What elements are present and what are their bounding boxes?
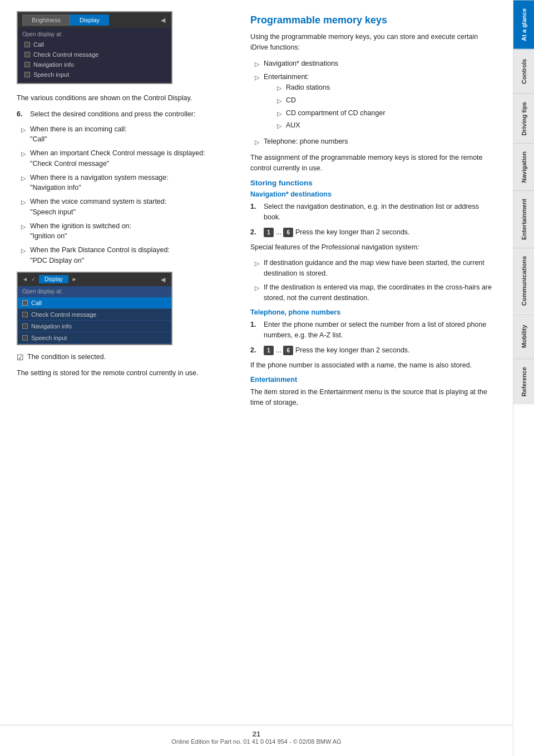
arrow-aux: ▷ — [277, 121, 281, 131]
screen2-checkbox-nav — [22, 323, 28, 329]
tel-step2-num: 2. — [250, 345, 259, 356]
feature-nav: ▷ Navigation* destinations — [250, 58, 496, 69]
tel-step1-num: 1. — [250, 320, 259, 341]
arrow-radio: ▷ — [277, 84, 281, 93]
screen2-check-control: Check Control message — [18, 309, 171, 321]
screen-mockup-1: Brightness Display ◄ Open display at: Ca… — [17, 11, 172, 93]
right-intro: Using the programmable memory keys, you … — [250, 32, 496, 53]
tab-entertainment[interactable]: Entertainment — [513, 190, 534, 248]
display-tab[interactable]: Display — [70, 14, 109, 26]
tel-step1-text: Enter the phone number or select the num… — [264, 320, 496, 341]
sub-cd: ▷ CD — [264, 95, 385, 106]
screen2-nav-icon: ◄ — [159, 275, 167, 284]
screen-item-nav-info: Navigation info — [22, 60, 167, 70]
checkmark-note: ☑ The condition is selected. — [17, 352, 234, 364]
setting-text: The setting is stored for the remote con… — [17, 368, 234, 379]
tab-communications[interactable]: Communications — [513, 248, 534, 313]
bullet-check-control: ▷ When an important Check Control messag… — [17, 148, 234, 169]
screen-item-speech: Speech input — [22, 70, 167, 80]
features-list: ▷ Navigation* destinations ▷ Entertainme… — [250, 58, 496, 147]
nav-step2: 2. 1 ... 6 Press the key longer than 2 s… — [250, 227, 496, 238]
nav-step1: 1. Select the navigation destination, e.… — [250, 202, 496, 223]
sub-cd-changer: ▷ CD compartment of CD changer — [264, 108, 385, 119]
footer-text: Online Edition for Part no. 01 41 0 014 … — [171, 738, 341, 745]
tab-controls[interactable]: Controls — [513, 49, 534, 94]
arrow-special-1: ▷ — [255, 259, 259, 279]
nav-step1-num: 1. — [250, 202, 259, 223]
checkbox-check-control — [24, 52, 30, 57]
ent-text: The item stored in the Entertainment men… — [250, 387, 496, 408]
arrow-icon-6: ▷ — [21, 246, 26, 266]
nav-sub-heading: Navigation* destinations — [250, 190, 496, 198]
brightness-tab[interactable]: Brightness — [22, 14, 70, 26]
arrow-icon-1: ▷ — [21, 125, 26, 145]
feature-ent: ▷ Entertainment: ▷ Radio stations ▷ CD ▷ — [250, 72, 496, 133]
key-1: 1 — [264, 228, 274, 237]
bullet-ignition: ▷ When the ignition is switched on: "Ign… — [17, 221, 234, 242]
arrow-icon-5: ▷ — [21, 222, 26, 242]
nav-step2-num: 2. — [250, 227, 259, 238]
step-6: 6. Select the desired conditions and pre… — [17, 109, 234, 120]
ent-sub-heading: Entertainment — [250, 376, 496, 384]
tab-driving-tips[interactable]: Driving tips — [513, 94, 534, 144]
sub-aux: ▷ AUX — [264, 120, 385, 131]
assignment-text: The assignment of the programmable memor… — [250, 153, 496, 174]
key-6: 6 — [283, 228, 293, 237]
screen-item-check-control: Check Control message — [22, 50, 167, 60]
special-bullet-1: ▷ If destination guidance and the map vi… — [250, 258, 496, 279]
arrow-icon-2: ▷ — [21, 149, 26, 169]
arrow-special-2: ▷ — [255, 283, 259, 303]
screen2-checkbox-call — [22, 300, 28, 306]
condition-bullets: ▷ When there is an incoming call: "Call"… — [17, 124, 234, 266]
bullet-call: ▷ When there is an incoming call: "Call" — [17, 124, 234, 145]
special-bullet-2: ▷ If the destination is entered via map,… — [250, 282, 496, 303]
step-6-text: Select the desired conditions and press … — [30, 109, 195, 120]
right-column: Programmable memory keys Using the progr… — [250, 11, 496, 745]
bullet-pdc: ▷ When the Park Distance Control is dis­… — [17, 245, 234, 266]
checkbox-speech — [24, 72, 30, 77]
nav-step1-text: Select the navigation destination, e.g. … — [264, 202, 496, 223]
tab-reference[interactable]: Reference — [513, 359, 534, 404]
left-column: Brightness Display ◄ Open display at: Ca… — [17, 11, 234, 745]
tel-step2: 2. 1 ... 6 Press the key longer than 2 s… — [250, 345, 496, 356]
screen-mockup-2: ◄ ✓ Display ► ◄ Open display at: Call — [17, 272, 172, 352]
tab-mobility[interactable]: Mobility — [513, 314, 534, 359]
page-footer: 21 Online Edition for Part no. 01 41 0 0… — [0, 725, 513, 745]
tel-key-6: 6 — [283, 346, 293, 355]
step-6-number: 6. — [17, 109, 26, 120]
tab-at-a-glance[interactable]: At a glance — [513, 0, 534, 49]
screen-nav-icon: ◄ — [159, 16, 167, 24]
checkmark-icon: ☑ — [17, 352, 24, 364]
arrow-tel: ▷ — [255, 138, 259, 147]
arrow-icon-3: ▷ — [21, 174, 26, 194]
special-features-heading: Special features of the Professional nav… — [250, 242, 496, 253]
arrow-cd: ▷ — [277, 96, 281, 106]
storing-heading: Storing functions — [250, 179, 496, 187]
checkbox-call — [24, 42, 30, 47]
page-number: 21 — [253, 730, 260, 738]
screen2-checkbox-cc — [22, 312, 28, 317]
screen-item-call: Call — [22, 40, 167, 50]
arrow-icon-4: ▷ — [21, 198, 26, 218]
tab-bar: At a glance Controls Driving tips Naviga… — [513, 0, 534, 756]
main-heading: Programmable memory keys — [250, 14, 496, 26]
tel-key-1: 1 — [264, 346, 274, 355]
sub-radio: ▷ Radio stations — [264, 82, 385, 93]
feature-tel: ▷ Telephone: phone numbers — [250, 136, 496, 147]
screen2-call: Call — [18, 297, 171, 309]
intro-text: The various conditions are shown on the … — [17, 93, 234, 104]
checkmark-text: The condition is selected. — [27, 352, 106, 362]
tel-sub-heading: Telephone, phone numbers — [250, 308, 496, 316]
arrow-cd-changer: ▷ — [277, 109, 281, 119]
screen2-nav-info: Navigation info — [18, 321, 171, 332]
screen2-header: Open display at: — [18, 286, 171, 297]
bullet-speech: ▷ When the voice command system is start… — [17, 197, 234, 218]
tel-step1: 1. Enter the phone number or select the … — [250, 320, 496, 341]
screen-open-label: Open display at: — [22, 31, 167, 37]
special-bullets: ▷ If destination guidance and the map vi… — [250, 258, 496, 303]
screen2-checkbox-speech — [22, 335, 28, 341]
bullet-nav-info: ▷ When there is a navigation system mess… — [17, 173, 234, 194]
tab-navigation[interactable]: Navigation — [513, 143, 534, 190]
checkbox-nav-info — [24, 62, 30, 67]
arrow-nav: ▷ — [255, 60, 259, 69]
